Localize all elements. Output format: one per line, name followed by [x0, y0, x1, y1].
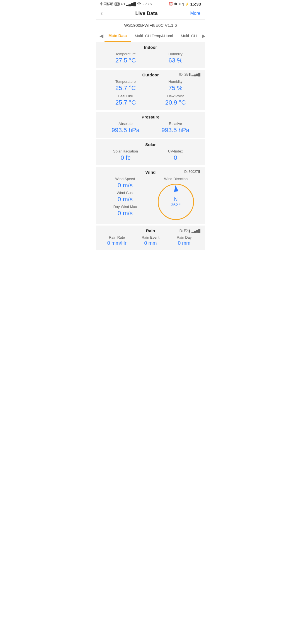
indoor-humidity-value: 63 %	[168, 57, 182, 64]
speed-label: 5.7 K/s	[142, 3, 152, 6]
compass-direction: N	[174, 197, 178, 202]
solar-radiation-value: 0 fc	[121, 154, 130, 161]
status-left: 中国移动 HD 4G ▂▄▆█ 5.7 K/s	[100, 2, 152, 6]
indoor-section: Indoor Temperature 27.5 °C Humidity 63 %	[96, 42, 205, 68]
wind-daymax-cell: Day Wind Max 0 m/s	[101, 205, 150, 217]
time-label: 15:33	[190, 2, 201, 6]
indoor-grid: Temperature 27.5 °C Humidity 63 %	[101, 52, 200, 64]
outdoor-dewpoint-value: 20.9 °C	[165, 99, 186, 106]
wind-left-panel: Wind Speed 0 m/s Wind Gust 0 m/s Day Win…	[101, 177, 150, 217]
pressure-relative-label: Relative	[169, 122, 182, 126]
wind-id: ID: 30027 ▊	[183, 170, 200, 174]
wind-daymax-label: Day Wind Max	[113, 205, 137, 209]
carrier-label: 中国移动	[100, 2, 113, 6]
rain-grid: Rain Rate 0 mm/Hr Rain Event 0 mm Rain D…	[101, 235, 200, 246]
solar-header: Solar	[101, 142, 200, 147]
page-title: Live Data	[135, 11, 157, 16]
pressure-header: Pressure	[101, 115, 200, 119]
outdoor-dewpoint-label: Dew Point	[167, 94, 184, 98]
tab-bar: ◀ Main Data Multi_CH Temp&Humi Multi_CH …	[96, 30, 205, 42]
rain-title: Rain	[146, 228, 155, 233]
compass-degrees: 352 °	[171, 202, 181, 207]
tab-main-data[interactable]: Main Data	[105, 30, 131, 42]
pressure-absolute-value: 993.5 hPa	[111, 127, 139, 134]
wind-gust-cell: Wind Gust 0 m/s	[101, 191, 150, 203]
solar-section: Solar Solar Radiation 0 fc UV-Index 0	[96, 139, 205, 165]
rain-event-label: Rain Event	[142, 235, 159, 239]
outdoor-feellike-label: Feel Like	[118, 94, 133, 98]
hd-badge: HD	[115, 3, 120, 6]
device-title: WS1900B-WIFI8E0C V1.1.6	[96, 20, 205, 30]
status-bar: 中国移动 HD 4G ▂▄▆█ 5.7 K/s ⏰ ✱ [87] ⚡ 15:33	[96, 0, 205, 8]
wind-direction-label: Wind Direction	[164, 177, 188, 181]
wind-layout: Wind Speed 0 m/s Wind Gust 0 m/s Day Win…	[101, 177, 200, 220]
compass-arrow-icon	[173, 185, 179, 192]
indoor-temperature-value: 27.5 °C	[115, 57, 136, 64]
outdoor-header: Outdoor ID: 2B ▊ ▂▄▆█	[101, 72, 200, 77]
tab-left-arrow[interactable]: ◀	[98, 30, 105, 42]
outdoor-dewpoint-cell: Dew Point 20.9 °C	[151, 94, 200, 106]
outdoor-feellike-value: 25.7 °C	[115, 99, 136, 106]
pressure-relative-value: 993.5 hPa	[161, 127, 189, 134]
rain-day-label: Rain Day	[177, 235, 191, 239]
top-nav: ‹ Live Data More	[96, 8, 205, 20]
indoor-temperature-label: Temperature	[115, 52, 136, 56]
pressure-absolute-cell: Absolute 993.5 hPa	[101, 122, 151, 134]
pressure-grid: Absolute 993.5 hPa Relative 993.5 hPa	[101, 122, 200, 134]
rain-rate-value: 0 mm/Hr	[107, 240, 127, 246]
outdoor-humidity-label: Humidity	[168, 79, 183, 84]
wifi-icon	[137, 2, 141, 6]
wind-section: Wind ID: 30027 ▊ Wind Speed 0 m/s Wind G…	[96, 167, 205, 224]
tab-multi-ch[interactable]: Multi_CH	[177, 30, 201, 42]
outdoor-feellike-cell: Feel Like 25.7 °C	[101, 94, 151, 106]
indoor-temperature-cell: Temperature 27.5 °C	[101, 52, 151, 64]
rain-rate-cell: Rain Rate 0 mm/Hr	[101, 235, 133, 246]
solar-uvindex-label: UV-Index	[168, 149, 183, 153]
indoor-humidity-label: Humidity	[168, 52, 183, 56]
solar-uvindex-value: 0	[174, 154, 177, 161]
solar-radiation-label: Solar Radiation	[113, 149, 138, 153]
rain-event-value: 0 mm	[144, 240, 157, 246]
more-button[interactable]: More	[190, 11, 200, 16]
wind-right-panel: Wind Direction N 352 °	[151, 177, 200, 220]
wind-daymax-value: 0 m/s	[118, 210, 133, 217]
battery-indicator: [87] ⚡	[178, 2, 189, 6]
outdoor-section: Outdoor ID: 2B ▊ ▂▄▆█ Temperature 25.7 °…	[96, 70, 205, 110]
bluetooth-icon: ✱	[174, 2, 177, 6]
wind-gust-label: Wind Gust	[117, 191, 134, 195]
tab-right-arrow[interactable]: ▶	[201, 30, 205, 42]
pressure-relative-cell: Relative 993.5 hPa	[151, 122, 200, 134]
outdoor-temperature-value: 25.7 °C	[115, 84, 136, 92]
wind-header: Wind ID: 30027 ▊	[101, 170, 200, 175]
outdoor-humidity-value: 75 %	[168, 84, 182, 92]
back-button[interactable]: ‹	[101, 10, 103, 17]
rain-id: ID: F2 ▊ ▂▄▆█	[179, 229, 200, 233]
wind-speed-label: Wind Speed	[115, 177, 135, 181]
outdoor-humidity-cell: Humidity 75 %	[151, 79, 200, 92]
wind-speed-cell: Wind Speed 0 m/s	[101, 177, 150, 189]
solar-grid: Solar Radiation 0 fc UV-Index 0	[101, 149, 200, 161]
rain-event-cell: Rain Event 0 mm	[134, 235, 167, 246]
outdoor-temperature-cell: Temperature 25.7 °C	[101, 79, 151, 92]
outdoor-grid: Temperature 25.7 °C Humidity 75 % Feel L…	[101, 79, 200, 106]
outdoor-temperature-label: Temperature	[115, 79, 136, 84]
pressure-section: Pressure Absolute 993.5 hPa Relative 993…	[96, 112, 205, 138]
outdoor-id: ID: 2B ▊ ▂▄▆█	[179, 72, 200, 76]
alarm-icon: ⏰	[169, 2, 173, 6]
rain-day-value: 0 mm	[178, 240, 190, 246]
indoor-humidity-cell: Humidity 63 %	[151, 52, 200, 64]
wind-speed-value: 0 m/s	[118, 182, 133, 189]
pressure-absolute-label: Absolute	[118, 122, 133, 126]
solar-uvindex-cell: UV-Index 0	[151, 149, 200, 161]
rain-section: Rain ID: F2 ▊ ▂▄▆█ Rain Rate 0 mm/Hr Rai…	[96, 226, 205, 250]
solar-radiation-cell: Solar Radiation 0 fc	[101, 149, 151, 161]
wind-gust-value: 0 m/s	[118, 196, 133, 203]
rain-rate-label: Rain Rate	[109, 235, 125, 239]
indoor-header: Indoor	[101, 45, 200, 50]
rain-day-cell: Rain Day 0 mm	[168, 235, 200, 246]
rain-header: Rain ID: F2 ▊ ▂▄▆█	[101, 228, 200, 233]
signal-bars: ▂▄▆█	[126, 2, 136, 6]
tab-multi-ch-temp[interactable]: Multi_CH Temp&Humi	[131, 30, 177, 42]
status-right: ⏰ ✱ [87] ⚡ 15:33	[169, 2, 201, 6]
network-label: 4G	[121, 3, 125, 6]
